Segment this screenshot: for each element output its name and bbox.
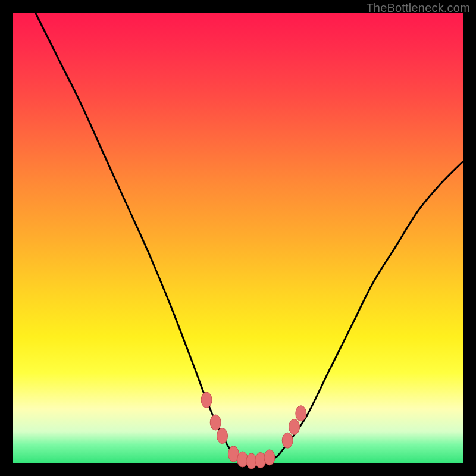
curve-marker bbox=[296, 406, 306, 421]
watermark-text: TheBottleneck.com bbox=[366, 1, 470, 15]
curve-marker bbox=[282, 433, 293, 448]
chart-svg bbox=[13, 13, 463, 463]
curve-marker bbox=[264, 450, 275, 465]
plot-area bbox=[13, 13, 463, 463]
curve-marker bbox=[210, 415, 221, 430]
curve-markers bbox=[201, 392, 306, 469]
chart-frame: TheBottleneck.com bbox=[0, 0, 476, 476]
curve-marker bbox=[217, 428, 228, 444]
curve-marker bbox=[289, 419, 300, 435]
bottleneck-curve bbox=[36, 13, 463, 464]
curve-marker bbox=[201, 392, 212, 408]
